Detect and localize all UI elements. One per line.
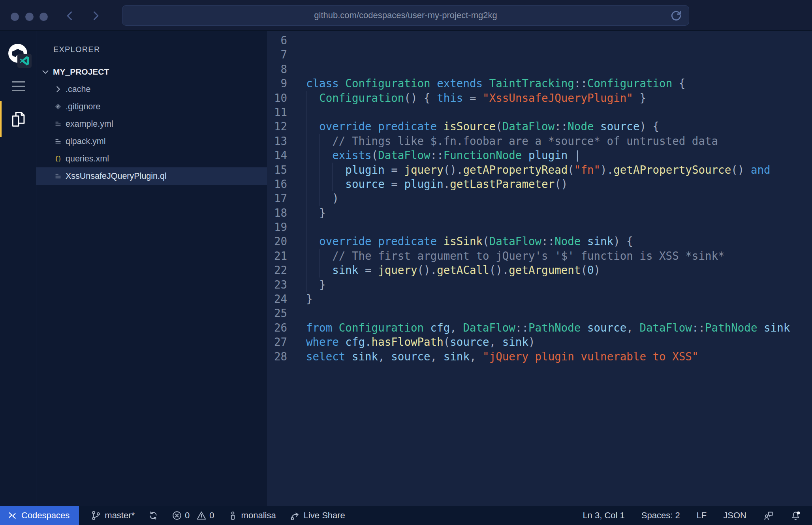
code-line[interactable]: 16 source = plugin.getLastParameter() xyxy=(267,177,812,191)
window-control-icon[interactable] xyxy=(39,13,48,21)
indent-guide xyxy=(306,91,306,105)
code-line[interactable]: 27where cfg.hasFlowPath(source, sink) xyxy=(267,335,812,349)
indent-guide xyxy=(319,148,320,162)
file-name: example.yml xyxy=(66,119,113,129)
code-editor[interactable]: 6789class Configuration extends TaintTra… xyxy=(267,31,812,506)
code-line[interactable]: 10 Configuration() { this = "XssUnsafeJQ… xyxy=(267,91,812,105)
code-line[interactable]: 15 plugin = jquery().getAPropertyRead("f… xyxy=(267,163,812,177)
back-button[interactable] xyxy=(64,10,75,21)
code-line[interactable]: 17 ) xyxy=(267,191,812,205)
line-number: 22 xyxy=(267,263,287,277)
bell-icon xyxy=(790,510,801,521)
code-text: sink = jquery().getACall().getArgument(0… xyxy=(287,263,812,277)
indent-guide xyxy=(332,177,333,191)
code-line[interactable]: 24} xyxy=(267,292,812,306)
code-text xyxy=(287,105,812,119)
list-icon xyxy=(52,120,64,128)
file-tree-item[interactable]: qlpack.yml xyxy=(36,133,267,150)
window-control-icon[interactable] xyxy=(11,13,19,21)
file-tree-item[interactable]: XssUnsafeJQueryPlugin.ql xyxy=(36,167,267,185)
file-tree-item[interactable]: example.yml xyxy=(36,115,267,133)
indent-guide xyxy=(306,220,306,234)
codespaces-remote-button[interactable]: Codespaces xyxy=(0,506,79,525)
code-line[interactable]: 19 xyxy=(267,220,812,234)
file-tree-item[interactable]: .gitignore xyxy=(36,98,267,115)
forward-button[interactable] xyxy=(90,10,101,21)
refresh-icon[interactable] xyxy=(670,9,682,22)
indent-guide xyxy=(306,263,306,277)
file-name: .gitignore xyxy=(66,102,100,112)
code-text: plugin = jquery().getAPropertyRead("fn")… xyxy=(287,163,812,177)
indent-guide xyxy=(306,163,306,177)
indent-guide xyxy=(306,148,306,162)
code-line[interactable]: 20 override predicate isSink(DataFlow::N… xyxy=(267,234,812,248)
code-line[interactable]: 18 } xyxy=(267,206,812,220)
vscode-logo-icon xyxy=(17,54,32,68)
code-line[interactable]: 13 // Things like $.fn.foobar are a *sou… xyxy=(267,134,812,148)
warning-count: 0 xyxy=(209,510,214,521)
indent-guide xyxy=(306,191,306,205)
code-text xyxy=(287,47,812,62)
code-line[interactable]: 22 sink = jquery().getACall().getArgumen… xyxy=(267,263,812,277)
eol-button[interactable]: LF xyxy=(697,506,707,525)
feedback-button[interactable] xyxy=(763,506,774,525)
branch-button[interactable]: master* xyxy=(91,506,135,525)
code-line[interactable]: 26from Configuration cfg, DataFlow::Path… xyxy=(267,321,812,335)
files-icon xyxy=(9,110,27,128)
explorer-view-button[interactable] xyxy=(0,101,36,137)
file-name: qlpack.yml xyxy=(66,137,106,146)
indent-guide xyxy=(332,163,333,177)
indent-guide xyxy=(319,263,320,277)
code-line[interactable]: 9class Configuration extends TaintTracki… xyxy=(267,76,812,90)
notifications-button[interactable] xyxy=(790,506,801,525)
indent-guide xyxy=(306,105,306,119)
file-name: XssUnsafeJQueryPlugin.ql xyxy=(66,171,167,181)
file-tree-item[interactable]: {}queries.xml xyxy=(36,150,267,167)
indent-guide xyxy=(319,249,320,263)
window-control-icon[interactable] xyxy=(25,13,34,21)
file-tree-root[interactable]: MY_PROJECT xyxy=(36,63,267,81)
code-line[interactable]: 12 override predicate isSource(DataFlow:… xyxy=(267,119,812,133)
code-line[interactable]: 7 xyxy=(267,47,812,62)
code-line[interactable]: 25 xyxy=(267,306,812,320)
problems-button[interactable]: 0 0 xyxy=(172,506,214,525)
line-number: 17 xyxy=(267,191,287,205)
feedback-icon xyxy=(763,510,774,521)
indent-guide xyxy=(306,134,306,148)
indentation-button[interactable]: Spaces: 2 xyxy=(641,506,680,525)
address-bar[interactable]: github.com/codespaces/user-my-project-mg… xyxy=(122,5,689,26)
code-text: Configuration() { this = "XssUnsafeJQuer… xyxy=(287,91,812,105)
code-line[interactable]: 23 } xyxy=(267,278,812,292)
language-mode-button[interactable]: JSON xyxy=(723,506,746,525)
code-line[interactable]: 28select sink, source, sink, "jQuery plu… xyxy=(267,349,812,364)
line-number: 25 xyxy=(267,306,287,320)
line-number: 19 xyxy=(267,220,287,234)
language-label: JSON xyxy=(723,510,746,521)
code-line[interactable]: 8 xyxy=(267,62,812,76)
sync-button[interactable] xyxy=(148,506,158,525)
line-number: 16 xyxy=(267,177,287,191)
chevron-right-icon xyxy=(52,85,64,94)
live-share-button[interactable]: Live Share xyxy=(289,506,345,525)
line-number: 11 xyxy=(267,105,287,119)
code-line[interactable]: 14 exists(DataFlow::FunctionNode plugin … xyxy=(267,148,812,162)
code-text: class Configuration extends TaintTrackin… xyxy=(287,76,812,90)
code-text xyxy=(287,62,812,76)
user-button[interactable]: monalisa xyxy=(228,506,276,525)
code-text: select sink, source, sink, "jQuery plugi… xyxy=(287,349,812,364)
code-line[interactable]: 6 xyxy=(267,33,812,47)
indent-guide xyxy=(306,206,306,220)
indent-guide xyxy=(306,119,306,133)
file-tree-item[interactable]: .cache xyxy=(36,81,267,98)
errors-icon xyxy=(172,510,182,521)
line-number: 24 xyxy=(267,292,287,306)
cursor-position-button[interactable]: Ln 3, Col 1 xyxy=(583,506,624,525)
menu-icon[interactable] xyxy=(12,81,25,94)
indent-guide xyxy=(306,278,306,292)
code-text: where cfg.hasFlowPath(source, sink) xyxy=(287,335,812,349)
notification-badge xyxy=(797,511,800,514)
code-line[interactable]: 21 // The first argument to jQuery's '$'… xyxy=(267,249,812,263)
code-line[interactable]: 11 xyxy=(267,105,812,119)
code-text: // Things like $.fn.foobar are a *source… xyxy=(287,134,812,148)
git-icon xyxy=(52,102,64,111)
